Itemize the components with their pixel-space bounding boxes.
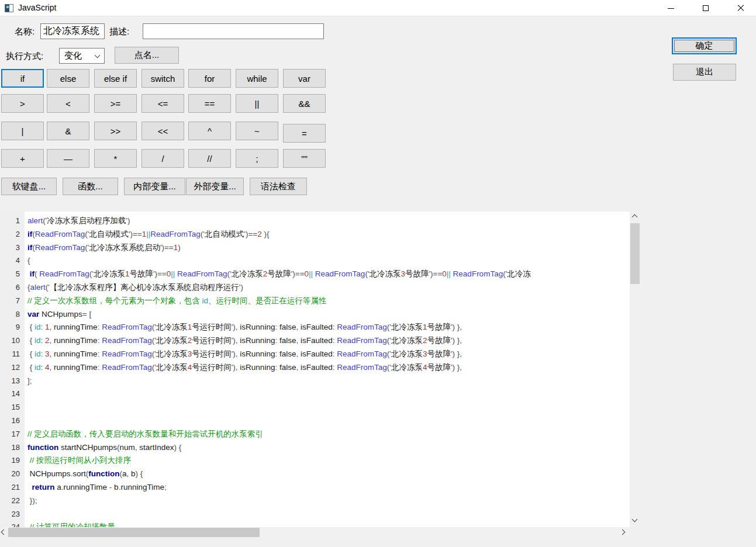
kw-button-r3c1[interactable]: |	[1, 122, 44, 140]
kw-button-r1c6[interactable]: while	[236, 69, 278, 88]
code-line-6: 6{alert('【北冷冻水泵程序】离心机冷冻水泵系统启动程序运行')	[0, 281, 630, 295]
vertical-scrollbar-thumb[interactable]	[630, 223, 640, 284]
kw-button-r1c4[interactable]: switch	[141, 69, 184, 88]
soft-keyboard-button[interactable]: 软键盘...	[1, 178, 57, 195]
kw-button-r2c4[interactable]: <=	[141, 94, 184, 113]
exit-button[interactable]: 退出	[673, 64, 736, 81]
line-number: 8	[0, 308, 20, 321]
line-number: 7	[0, 295, 20, 308]
line-number: 12	[0, 361, 20, 375]
kw-button-r1c5[interactable]: for	[188, 69, 231, 88]
kw-button-r3c4[interactable]: <<	[141, 122, 184, 140]
kw-button-r1c7[interactable]: var	[283, 69, 326, 88]
code-line-8: 8var NCHpumps= [	[0, 308, 630, 321]
code-line-19: 19 // 按照运行时间从小到大排序	[0, 454, 630, 468]
kw-button-r4c4[interactable]: /	[141, 149, 184, 168]
line-number: 2	[0, 228, 20, 241]
line-number: 3	[0, 241, 20, 255]
desc-input[interactable]	[143, 23, 324, 39]
code-line-18: 18function startNCHpumps(num, startIndex…	[0, 441, 630, 455]
kw-button-r2c7[interactable]: &&	[283, 94, 326, 113]
code-line-2: 2if(ReadFromTag('北自动模式')==1||ReadFromTag…	[0, 228, 630, 241]
line-number: 14	[0, 387, 20, 401]
chevron-down-icon	[95, 53, 101, 58]
kw-button-r1c3[interactable]: else if	[94, 69, 137, 88]
scroll-down-icon[interactable]	[632, 517, 638, 522]
kw-button-r2c2[interactable]: <	[47, 94, 89, 113]
kw-button-r3c3[interactable]: >>	[94, 122, 137, 140]
exec-mode-select[interactable]: 变化	[59, 48, 105, 64]
line-number: 16	[0, 414, 20, 428]
close-button[interactable]	[727, 0, 754, 16]
exec-mode-label: 执行方式:	[6, 51, 43, 62]
kw-button-r4c5[interactable]: //	[188, 149, 231, 168]
code-line-23: 23	[0, 508, 630, 521]
horizontal-scrollbar[interactable]	[0, 527, 629, 538]
vertical-scrollbar[interactable]	[630, 212, 640, 527]
minimize-icon	[668, 8, 674, 9]
code-line-9: 9 { id: 1, runningTime: ReadFromTag('北冷冻…	[0, 321, 630, 334]
maximize-button[interactable]	[692, 0, 719, 16]
ok-button[interactable]: 确定	[672, 37, 737, 54]
code-editor[interactable]: 1alert('冷冻水泵启动程序加载')2if(ReadFromTag('北自动…	[0, 212, 630, 527]
internal-vars-button[interactable]: 内部变量...	[124, 178, 185, 195]
kw-button-r4c1[interactable]: +	[1, 149, 44, 168]
kw-button-r4c3[interactable]: *	[94, 149, 137, 168]
line-number: 10	[0, 334, 20, 348]
kw-button-r3c2[interactable]: &	[47, 122, 89, 140]
kw-button-r2c1[interactable]: >	[1, 94, 44, 113]
line-number: 13	[0, 375, 20, 388]
external-vars-button[interactable]: 外部变量...	[186, 178, 244, 195]
horizontal-scrollbar-thumb[interactable]	[8, 528, 260, 537]
app-icon	[5, 4, 13, 12]
code-line-3: 3if(ReadFromTag('北冷冻水泵系统启动')==1)	[0, 241, 630, 255]
line-number: 5	[0, 268, 20, 281]
window-title: JavaScript	[18, 3, 56, 12]
code-line-12: 12 { id: 4, runningTime: ReadFromTag('北冷…	[0, 361, 630, 375]
code-line-14: 14	[0, 387, 630, 401]
kw-button-r3c6[interactable]: ~	[236, 122, 278, 140]
functions-button[interactable]: 函数...	[63, 178, 118, 195]
code-line-4: 4{	[0, 254, 630, 268]
kw-button-r4c2[interactable]: —	[47, 149, 89, 168]
kw-button-r3c5[interactable]: ^	[188, 122, 231, 140]
minimize-button[interactable]	[657, 0, 684, 16]
javascript-dialog: JavaScript 名称: 描述: 执行方式: 变化 点名... 确定 退出 …	[0, 0, 756, 547]
code-line-22: 22 });	[0, 494, 630, 508]
line-number: 24	[0, 521, 20, 527]
desc-label: 描述:	[109, 26, 129, 37]
syntax-check-button[interactable]: 语法检查	[250, 178, 307, 195]
line-number: 23	[0, 508, 20, 521]
line-number: 11	[0, 348, 20, 361]
scroll-right-icon[interactable]	[620, 529, 626, 535]
code-line-24: 24 // 计算可用的冷却塔数量	[0, 521, 630, 527]
kw-button-r1c1[interactable]: if	[1, 69, 44, 88]
code-line-20: 20 NCHpumps.sort(function(a, b) {	[0, 468, 630, 481]
kw-button-r2c6[interactable]: ||	[236, 94, 278, 113]
kw-button-r2c3[interactable]: >=	[94, 94, 137, 113]
code-line-21: 21 return a.runningTime - b.runningTime;	[0, 481, 630, 494]
kw-button-r1c2[interactable]: else	[47, 69, 89, 88]
exec-mode-value: 变化	[64, 50, 82, 61]
title-bar: JavaScript	[0, 0, 756, 16]
kw-button-r4c6[interactable]: ;	[236, 149, 278, 168]
close-icon	[737, 5, 744, 12]
code-line-10: 10 { id: 2, runningTime: ReadFromTag('北冷…	[0, 334, 630, 348]
kw-button-r4c7[interactable]: ""	[283, 149, 326, 168]
line-number: 19	[0, 454, 20, 468]
line-number: 9	[0, 321, 20, 334]
code-line-7: 7// 定义一次水泵数组，每个元素为一个对象，包含 id、运行时间、是否正在运行…	[0, 295, 630, 308]
scroll-left-icon[interactable]	[1, 529, 7, 535]
line-number: 17	[0, 428, 20, 441]
line-number: 22	[0, 494, 20, 508]
dot-name-button[interactable]: 点名...	[115, 47, 179, 64]
scroll-up-icon[interactable]	[632, 214, 638, 220]
line-number: 18	[0, 441, 20, 455]
kw-button-r2c5[interactable]: ==	[188, 94, 231, 113]
code-line-15: 15	[0, 401, 630, 414]
code-line-16: 16	[0, 414, 630, 428]
name-label: 名称:	[15, 26, 34, 37]
kw-button-r3c7[interactable]: =	[283, 124, 326, 143]
code-line-13: 13];	[0, 375, 630, 388]
name-input[interactable]	[40, 23, 105, 39]
